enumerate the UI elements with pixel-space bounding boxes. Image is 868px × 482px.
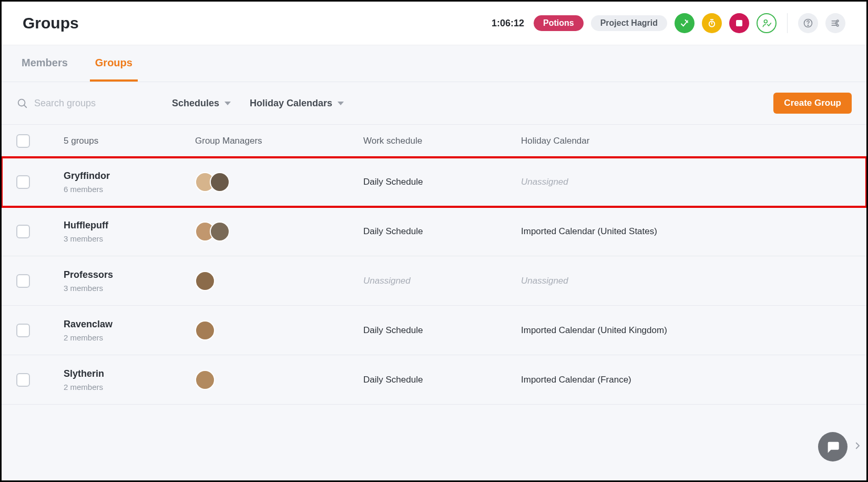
carousel-next[interactable]: [853, 438, 862, 453]
group-managers-avatars: [195, 222, 363, 242]
chat-fab[interactable]: [818, 432, 847, 461]
group-name: Gryffindor: [64, 170, 195, 182]
avatar[interactable]: [210, 222, 230, 242]
help-button[interactable]: [798, 13, 818, 33]
holiday-calendar-value: Imported Calendar (United States): [521, 226, 852, 237]
search-input[interactable]: [34, 98, 139, 109]
table-row[interactable]: Gryffindor6 membersDaily ScheduleUnassig…: [2, 157, 866, 207]
table-row[interactable]: Professors3 membersUnassignedUnassigned: [2, 256, 866, 306]
svg-point-1: [764, 20, 767, 23]
tracking-tag[interactable]: Potions: [534, 15, 584, 31]
project-tag[interactable]: Project Hagrid: [591, 15, 667, 31]
table-row[interactable]: Slytherin2 membersDaily ScheduleImported…: [2, 355, 866, 405]
row-checkbox[interactable]: [16, 225, 30, 238]
chevron-right-icon: [853, 438, 862, 453]
group-name: Hufflepuff: [64, 220, 195, 231]
row-checkbox[interactable]: [16, 175, 30, 189]
avatar[interactable]: [195, 320, 215, 340]
screenshot-icon: [680, 18, 689, 28]
group-managers-avatars: [195, 320, 363, 340]
work-schedule-value: Daily Schedule: [363, 177, 521, 187]
header: Groups 1:06:12 Potions Project Hagrid: [2, 2, 866, 45]
tab-members[interactable]: Members: [16, 45, 73, 82]
table-body: Gryffindor6 membersDaily ScheduleUnassig…: [2, 157, 866, 405]
group-member-count: 3 members: [64, 284, 195, 293]
row-checkbox[interactable]: [16, 274, 30, 288]
group-name: Ravenclaw: [64, 319, 195, 330]
stopwatch-button[interactable]: [702, 13, 722, 33]
settings-button[interactable]: [825, 13, 845, 33]
holiday-calendar-value: Imported Calendar (United Kingdom): [521, 325, 852, 336]
holiday-calendar-value: Imported Calendar (France): [521, 375, 852, 385]
filter-holiday-calendars-label: Holiday Calendars: [250, 98, 332, 109]
settings-icon: [830, 18, 841, 28]
group-managers-avatars: [195, 370, 363, 390]
group-member-count: 2 members: [64, 383, 195, 391]
avatar[interactable]: [195, 370, 215, 390]
row-checkbox[interactable]: [16, 373, 30, 387]
group-name: Professors: [64, 269, 195, 280]
page-title: Groups: [23, 14, 79, 32]
chevron-down-icon: [338, 102, 344, 105]
search-icon: [16, 97, 28, 109]
group-managers-avatars: [195, 271, 363, 291]
header-right: 1:06:12 Potions Project Hagrid: [492, 13, 845, 33]
select-all-checkbox[interactable]: [16, 134, 30, 148]
svg-point-6: [837, 25, 839, 26]
search-wrap: [16, 97, 153, 109]
work-schedule-value: Unassigned: [363, 276, 521, 286]
avatar[interactable]: [210, 172, 230, 192]
filter-schedules-label: Schedules: [172, 98, 219, 109]
help-icon: [803, 18, 813, 28]
filter-holiday-calendars[interactable]: Holiday Calendars: [250, 98, 344, 109]
svg-point-3: [808, 25, 808, 26]
stopwatch-icon: [707, 18, 717, 28]
user-check-icon: [761, 18, 772, 28]
column-work-schedule: Work schedule: [363, 136, 521, 146]
work-schedule-value: Daily Schedule: [363, 226, 521, 237]
stop-icon: [736, 20, 742, 26]
row-checkbox[interactable]: [16, 324, 30, 337]
user-approve-button[interactable]: [757, 13, 777, 33]
holiday-calendar-value: Unassigned: [521, 177, 852, 187]
table-header: 5 groups Group Managers Work schedule Ho…: [2, 125, 866, 157]
chevron-down-icon: [224, 102, 231, 105]
screenshot-button[interactable]: [675, 13, 695, 33]
tab-groups[interactable]: Groups: [90, 45, 138, 82]
holiday-calendar-value: Unassigned: [521, 276, 852, 286]
tabs: Members Groups: [2, 45, 866, 82]
header-divider: [787, 13, 788, 33]
table-row[interactable]: Hufflepuff3 membersDaily ScheduleImporte…: [2, 207, 866, 256]
filter-schedules[interactable]: Schedules: [172, 98, 231, 109]
toolbar: Schedules Holiday Calendars Create Group: [2, 82, 866, 125]
column-holiday-calendar: Holiday Calendar: [521, 136, 852, 146]
timer-display: 1:06:12: [492, 18, 524, 29]
chat-icon: [825, 439, 840, 454]
group-member-count: 3 members: [64, 234, 195, 243]
work-schedule-value: Daily Schedule: [363, 375, 521, 385]
group-member-count: 2 members: [64, 333, 195, 342]
svg-point-5: [835, 22, 837, 24]
group-name: Slytherin: [64, 368, 195, 379]
table-row[interactable]: Ravenclaw2 membersDaily ScheduleImported…: [2, 306, 866, 355]
stop-button[interactable]: [729, 13, 749, 33]
create-group-button[interactable]: Create Group: [773, 93, 852, 114]
avatar[interactable]: [195, 271, 215, 291]
column-group-managers: Group Managers: [195, 136, 363, 146]
svg-point-4: [837, 20, 839, 22]
work-schedule-value: Daily Schedule: [363, 325, 521, 336]
group-managers-avatars: [195, 172, 363, 192]
column-count: 5 groups: [64, 136, 195, 146]
group-member-count: 6 members: [64, 185, 195, 194]
